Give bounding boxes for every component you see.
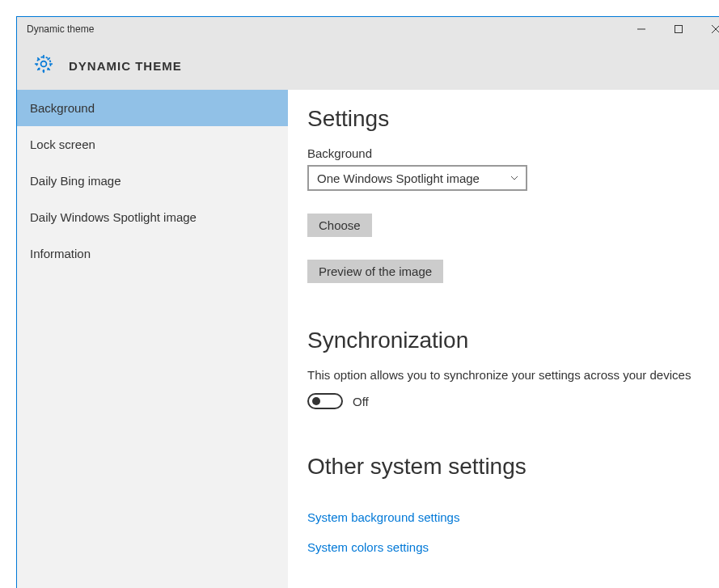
sidebar-item-daily-bing[interactable]: Daily Bing image [17,163,288,199]
close-button[interactable] [697,17,719,41]
minimize-button[interactable] [623,17,660,41]
gear-icon [33,53,54,78]
synchronization-heading: Synchronization [307,328,715,353]
content-pane: Settings Background One Windows Spotligh… [288,90,719,588]
sidebar-item-label: Information [30,247,91,260]
sync-toggle-row: Off [307,393,715,409]
sidebar-item-label: Daily Bing image [30,174,121,188]
svg-point-4 [41,61,47,67]
sidebar-item-information[interactable]: Information [17,235,288,272]
toggle-knob [312,397,320,405]
body-area: Background Lock screen Daily Bing image … [17,90,719,588]
sync-toggle[interactable] [307,393,343,409]
sidebar-item-background[interactable]: Background [17,90,288,126]
maximize-button[interactable] [660,17,697,41]
window-controls [623,17,719,41]
background-dropdown[interactable]: One Windows Spotlight image [307,165,527,191]
app-window: Dynamic theme DYNAMIC THEME [16,16,719,588]
titlebar: Dynamic theme [17,17,719,41]
svg-rect-1 [675,26,683,33]
app-title: DYNAMIC THEME [69,59,182,73]
preview-button[interactable]: Preview of the image [307,260,443,283]
sidebar-item-label: Background [30,101,95,115]
sidebar-item-label: Daily Windows Spotlight image [30,210,197,224]
sync-toggle-label: Off [353,395,369,408]
chevron-down-icon [510,171,519,185]
app-header: DYNAMIC THEME [17,41,719,90]
sidebar: Background Lock screen Daily Bing image … [17,90,288,588]
system-colors-link[interactable]: System colors settings [307,540,715,554]
choose-button[interactable]: Choose [307,214,372,237]
background-label: Background [307,146,715,160]
other-settings-heading: Other system settings [307,454,715,480]
window-title: Dynamic theme [17,23,94,35]
settings-heading: Settings [307,106,715,132]
sidebar-item-label: Lock screen [30,137,95,151]
sync-description: This option allows you to synchronize yo… [307,368,715,382]
sidebar-item-daily-spotlight[interactable]: Daily Windows Spotlight image [17,199,288,235]
sidebar-item-lock-screen[interactable]: Lock screen [17,126,288,163]
dropdown-value: One Windows Spotlight image [317,171,480,185]
system-background-link[interactable]: System background settings [307,510,715,524]
